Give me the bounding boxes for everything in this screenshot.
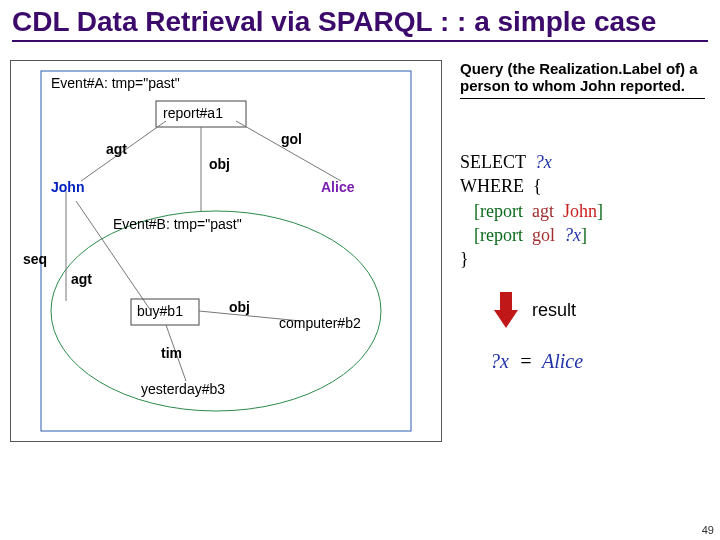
svg-marker-12 bbox=[494, 310, 518, 328]
sparql-query: SELECT ?x WHERE { [report agt John] [rep… bbox=[460, 150, 710, 271]
event-a-label: Event#A: tmp="past" bbox=[51, 75, 180, 91]
report-node: report#a1 bbox=[163, 105, 223, 121]
answer: ?x = Alice bbox=[490, 350, 583, 373]
buy-node: buy#b1 bbox=[137, 303, 183, 319]
result-row: result bbox=[490, 290, 576, 330]
term-report-1: report bbox=[480, 201, 523, 221]
computer-node: computer#b2 bbox=[279, 315, 361, 331]
diagram-svg bbox=[11, 61, 441, 441]
slide-title: CDL Data Retrieval via SPARQL : : a simp… bbox=[12, 6, 708, 42]
down-arrow-icon bbox=[490, 290, 522, 330]
alice-node: Alice bbox=[321, 179, 354, 195]
term-report-2: report bbox=[480, 225, 523, 245]
svg-line-3 bbox=[236, 121, 341, 181]
result-label: result bbox=[532, 300, 576, 321]
edge-tim: tim bbox=[161, 345, 182, 361]
edge-agt-2: agt bbox=[71, 271, 92, 287]
edge-obj-1: obj bbox=[209, 156, 230, 172]
edge-obj-2: obj bbox=[229, 299, 250, 315]
kw-where: WHERE bbox=[460, 176, 524, 196]
term-agt: agt bbox=[532, 201, 554, 221]
brace-open: { bbox=[533, 176, 542, 196]
answer-value: Alice bbox=[542, 350, 583, 372]
var-x-2: ?x bbox=[564, 225, 581, 245]
event-b-label: Event#B: tmp="past" bbox=[113, 216, 242, 232]
query-description: Query (the Realization.Label of) a perso… bbox=[460, 60, 705, 99]
bracket-close-1: ] bbox=[597, 201, 603, 221]
john-node: John bbox=[51, 179, 84, 195]
var-x-1: ?x bbox=[535, 152, 552, 172]
yesterday-node: yesterday#b3 bbox=[141, 381, 225, 397]
page-number: 49 bbox=[702, 524, 714, 536]
term-john: John bbox=[563, 201, 597, 221]
kw-select: SELECT bbox=[460, 152, 526, 172]
svg-rect-11 bbox=[500, 292, 512, 310]
cdl-diagram: Event#A: tmp="past" report#a1 agt gol ob… bbox=[10, 60, 442, 442]
term-gol: gol bbox=[532, 225, 555, 245]
answer-var: ?x bbox=[490, 350, 509, 372]
brace-close: } bbox=[460, 249, 469, 269]
edge-gol: gol bbox=[281, 131, 302, 147]
svg-rect-0 bbox=[41, 71, 411, 431]
edge-seq: seq bbox=[23, 251, 47, 267]
bracket-close-2: ] bbox=[581, 225, 587, 245]
edge-agt: agt bbox=[106, 141, 127, 157]
answer-eq: = bbox=[519, 350, 533, 372]
